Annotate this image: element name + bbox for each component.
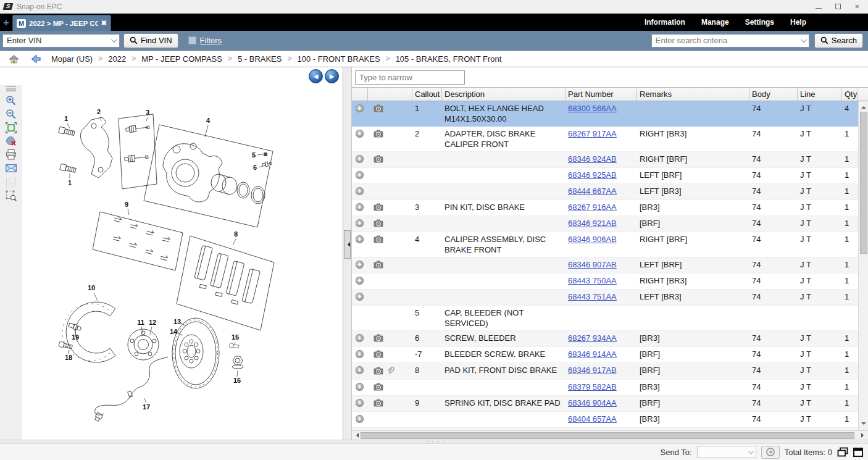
column-header[interactable]: Remarks [637, 88, 749, 101]
camera-icon[interactable] [373, 350, 383, 361]
camera-icon[interactable] [373, 261, 383, 271]
table-row[interactable]: 68346 907ABLEFT [BRF]74J T1 [352, 257, 858, 274]
drag-grip-icon[interactable] [6, 86, 16, 91]
scroll-down-icon[interactable] [861, 422, 866, 427]
table-row[interactable]: 4CALIPER ASSEMBLY, DISC BRAKE FRONT68346… [352, 232, 858, 257]
table-row[interactable]: 68444 667AALEFT [BR3]74J T1 [352, 184, 858, 200]
new-tab-button[interactable]: + [0, 15, 12, 31]
deselect-button[interactable] [3, 135, 19, 148]
scroll-up-icon[interactable] [861, 104, 866, 109]
close-button[interactable]: × [854, 3, 859, 10]
diagram-callout-number[interactable]: 13 [173, 318, 181, 325]
diagram-callout-number[interactable]: 18 [65, 354, 72, 361]
menu-manage[interactable]: Manage [701, 14, 729, 31]
part-number-link[interactable]: 68346 921AB [568, 219, 617, 228]
splitter-collapse-handle[interactable] [344, 230, 351, 259]
table-row[interactable]: 68346 925ABLEFT [BRF]74J T1 [352, 168, 858, 184]
vertical-scrollbar[interactable] [858, 101, 868, 430]
minimize-button[interactable] [816, 8, 822, 9]
breadcrumb-item[interactable]: Mopar (US) [51, 54, 93, 64]
send-go-button[interactable] [761, 446, 780, 459]
menu-help[interactable]: Help [790, 14, 806, 31]
table-row[interactable]: 5CAP, BLEEDER (NOT SERVICED) [352, 306, 858, 331]
zoom-in-button[interactable] [3, 94, 19, 107]
expand-plus-icon[interactable] [356, 235, 364, 243]
diagram-callout-number[interactable]: 11 [137, 319, 144, 326]
part-number-link[interactable]: 68267 934AA [568, 333, 617, 343]
diagram-callout-number[interactable]: 8 [234, 230, 238, 238]
expand-plus-icon[interactable] [356, 155, 364, 163]
expand-plus-icon[interactable] [356, 399, 364, 407]
table-row[interactable]: 6SCREW, BLEEDER68267 934AA[BR3]74J T1 [352, 331, 858, 347]
vertical-scroll-thumb[interactable] [860, 112, 867, 254]
column-header[interactable]: Qty [842, 88, 858, 101]
diagram-callout-number[interactable]: 6 [253, 164, 257, 171]
column-header[interactable]: Line [798, 88, 842, 101]
diagram-callout-number[interactable]: 1 [64, 115, 68, 122]
part-number-link[interactable]: 68346 906AB [568, 235, 617, 244]
part-number-link[interactable]: 68300 566AA [568, 104, 617, 113]
camera-icon[interactable] [373, 155, 383, 165]
camera-icon[interactable] [373, 203, 383, 214]
table-row[interactable]: 3PIN KIT, DISC BRAKE68267 916AA[BR3]74J … [352, 200, 858, 216]
part-number-link[interactable]: 68346 917AB [568, 366, 617, 375]
diagram-callout-number[interactable]: 9 [125, 201, 128, 208]
camera-icon[interactable] [373, 367, 383, 377]
expand-plus-icon[interactable] [356, 261, 364, 269]
diagram-callout-number[interactable]: 16 [233, 377, 241, 384]
column-header[interactable] [368, 88, 412, 101]
zoom-out-button[interactable] [3, 107, 19, 120]
splitter-dots-icon[interactable] [425, 441, 446, 443]
table-row[interactable]: 68443 750AARIGHT [BR3]74J T1 [352, 274, 858, 290]
menu-information[interactable]: Information [645, 14, 685, 31]
scroll-right-icon[interactable] [861, 433, 866, 438]
table-row[interactable]: 68379 582AB[BR3]74J T1 [352, 380, 858, 396]
table-row[interactable]: 8PAD KIT, FRONT DISC BRAKE68346 917AB[BR… [352, 363, 858, 380]
filters-label[interactable]: Filters [200, 36, 222, 45]
expand-plus-icon[interactable] [356, 130, 364, 138]
part-number-link[interactable]: 68346 907AB [568, 260, 617, 269]
column-header[interactable]: Part Number [565, 88, 637, 101]
menu-settings[interactable]: Settings [745, 14, 774, 31]
part-number-link[interactable]: 68443 750AA [568, 276, 617, 285]
diagram-callout-number[interactable]: 10 [88, 284, 95, 291]
camera-icon[interactable] [373, 383, 383, 393]
expand-plus-icon[interactable] [356, 187, 364, 195]
breadcrumb-item[interactable]: MP - JEEP COMPASS [141, 54, 222, 64]
diagram-callout-number[interactable]: 17 [143, 403, 150, 411]
horizontal-scroll-thumb[interactable] [361, 432, 854, 439]
camera-icon[interactable] [373, 130, 383, 140]
next-illustration-button[interactable]: ▶ [325, 69, 339, 83]
table-row[interactable]: 68443 751AALEFT [BR3]74J T1 [352, 290, 858, 306]
print-button[interactable] [3, 148, 19, 161]
bottom-splitter[interactable] [0, 440, 868, 443]
diagram-callout-number[interactable]: 15 [232, 333, 239, 341]
maximize-pane-icon[interactable] [853, 448, 863, 457]
diagram-callout-number[interactable]: 12 [149, 319, 156, 326]
table-row[interactable]: 68404 657AA[BR3]74J T1 [352, 412, 858, 428]
table-row[interactable]: 9SPRING KIT, DISC BRAKE PAD68346 904AA[B… [352, 396, 858, 412]
tab-active[interactable]: M 2022 > MP - JEEP COM... ✖ [12, 15, 111, 31]
expand-plus-icon[interactable] [356, 203, 364, 211]
column-header[interactable] [352, 88, 368, 101]
expand-plus-icon[interactable] [356, 366, 364, 374]
diagram-callout-number[interactable]: 2 [97, 108, 101, 115]
part-number-link[interactable]: 68404 657AA [568, 414, 617, 424]
expand-plus-icon[interactable] [356, 104, 364, 112]
diagram-callout-number[interactable]: 14 [170, 328, 178, 335]
send-to-select[interactable] [697, 446, 756, 458]
expand-plus-icon[interactable] [356, 383, 364, 391]
camera-icon[interactable] [373, 219, 383, 230]
part-number-link[interactable]: 68443 751AA [568, 292, 617, 301]
vin-combobox[interactable]: Enter VIN [2, 34, 120, 48]
expand-plus-icon[interactable] [356, 334, 364, 342]
search-combobox[interactable]: Enter search criteria [651, 34, 809, 48]
part-number-link[interactable]: 68267 916AA [568, 203, 617, 212]
part-number-link[interactable]: 68346 925AB [568, 170, 617, 180]
filters-checkbox[interactable] [188, 36, 196, 44]
horizontal-scrollbar[interactable] [352, 430, 868, 440]
exploded-diagram[interactable]: 12341569810191811121314151617 [22, 85, 343, 440]
expand-plus-icon[interactable] [356, 350, 364, 358]
expand-plus-icon[interactable] [356, 277, 364, 285]
column-header[interactable]: Callout [412, 88, 442, 101]
